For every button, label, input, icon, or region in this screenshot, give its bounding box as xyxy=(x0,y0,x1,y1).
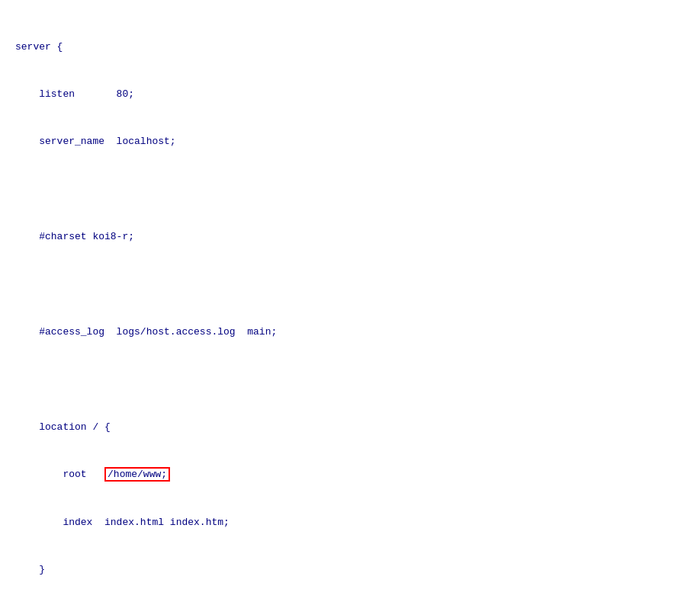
code-line-11: index index.html index.htm; xyxy=(15,515,685,531)
code-line-10: root /home/www; xyxy=(15,467,685,483)
code-line-9: location / { xyxy=(15,420,685,436)
code-line-empty-1 xyxy=(15,182,685,198)
code-line-3: server_name localhost; xyxy=(15,134,685,150)
code-line-5: #charset koi8-r; xyxy=(15,229,685,245)
code-line-7: #access_log logs/host.access.log main; xyxy=(15,325,685,341)
code-line-empty-2 xyxy=(15,277,685,293)
code-line-2: listen 80; xyxy=(15,87,685,103)
highlight-box-1: /home/www; xyxy=(104,467,170,482)
code-block: server { listen 80; server_name localhos… xyxy=(15,8,685,605)
code-line-empty-3 xyxy=(15,372,685,388)
code-line-1: server { xyxy=(15,40,685,56)
code-line-12: } xyxy=(15,562,685,578)
